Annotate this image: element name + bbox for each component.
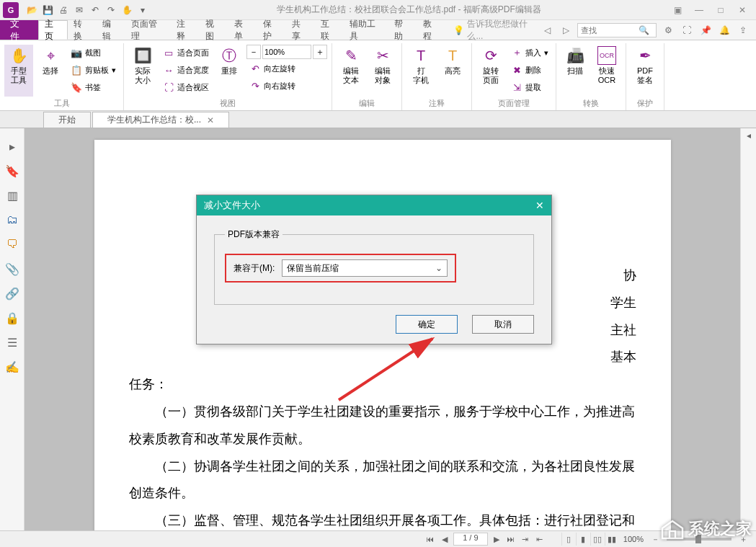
scan-button[interactable]: 📠 扫描 <box>561 45 590 97</box>
tab-share[interactable]: 共享 <box>286 20 315 40</box>
security-icon[interactable]: 🔒 <box>0 306 25 330</box>
extract-label: 提取 <box>525 82 541 93</box>
rotate-left-icon: ↶ <box>249 63 261 74</box>
page-number-input[interactable]: 1 / 9 <box>453 533 488 546</box>
tab-form[interactable]: 表单 <box>228 20 257 40</box>
tab-help[interactable]: 帮助 <box>388 20 417 40</box>
settings-icon[interactable]: ⚙ <box>661 23 675 37</box>
maximize-icon[interactable]: □ <box>711 3 730 17</box>
tab-tutorial[interactable]: 教程 <box>417 20 446 40</box>
ok-button[interactable]: 确定 <box>396 315 458 334</box>
typewriter-button[interactable]: T 打 字机 <box>406 45 435 97</box>
last-page-button[interactable]: ⏭ <box>504 533 518 546</box>
reflow-button[interactable]: Ⓣ 重排 <box>215 45 244 97</box>
zoom-value[interactable]: 100% <box>262 45 311 59</box>
snapshot-button[interactable]: 📷截图 <box>68 45 119 61</box>
undo-icon[interactable]: ↶ <box>88 3 102 17</box>
extract-page-button[interactable]: ⇲提取 <box>508 79 551 95</box>
tab-accessibility[interactable]: 辅助工具 <box>344 20 389 40</box>
tab-comment[interactable]: 注释 <box>171 20 200 40</box>
ocr-button[interactable]: OCR 快速 OCR <box>592 45 621 97</box>
right-strip-arrow-icon[interactable]: ◂ <box>741 128 756 143</box>
fit-width-button[interactable]: ↔适合宽度 <box>160 62 212 78</box>
select-button[interactable]: ⌖ 选择 <box>36 45 65 97</box>
dialog-titlebar: 减小文件大小 ✕ <box>197 195 551 215</box>
fit-page-icon: ▭ <box>163 47 174 58</box>
prev-page-button[interactable]: ◀ <box>437 533 452 546</box>
continuous-view-icon[interactable]: ▮ <box>576 533 590 546</box>
redo-icon[interactable]: ↷ <box>104 3 118 17</box>
open-icon[interactable]: 📂 <box>25 3 39 17</box>
two-page-view-icon[interactable]: ▯▯ <box>590 533 605 546</box>
insert-page-button[interactable]: ＋插入▾ <box>508 45 551 61</box>
tab-view[interactable]: 视图 <box>200 20 228 40</box>
attachments-icon[interactable]: 📎 <box>0 257 25 281</box>
bell-icon[interactable]: 🔔 <box>717 23 731 37</box>
nav-back-icon[interactable]: ◁ <box>540 23 554 37</box>
delete-page-button[interactable]: ✖删除 <box>508 62 551 78</box>
fullscreen-icon[interactable]: ⛶ <box>680 23 694 37</box>
rotate-left-button[interactable]: ↶向左旋转 <box>246 61 327 76</box>
nav-fwd-icon[interactable]: ▷ <box>559 23 573 37</box>
sign-icon[interactable]: ✍ <box>0 355 25 379</box>
bookmark-button[interactable]: 🔖书签 <box>68 79 119 95</box>
hand-icon[interactable]: ✋ <box>120 3 134 17</box>
nav-fwd-button[interactable]: ⇥ <box>518 533 533 546</box>
hand-tool-label: 手型 工具 <box>11 66 27 85</box>
edit-object-button[interactable]: ✂ 编辑 对象 <box>368 45 397 97</box>
compat-select[interactable]: 保留当前压缩 <box>282 259 448 277</box>
tab-edit[interactable]: 编辑 <box>97 20 125 40</box>
actual-size-button[interactable]: 🔲 实际 大小 <box>128 45 157 97</box>
doctab-close-icon[interactable]: ✕ <box>207 115 214 125</box>
doctab-file[interactable]: 学生机构工作总结：校... ✕ <box>92 112 229 128</box>
fit-page-button[interactable]: ▭适合页面 <box>160 45 212 61</box>
comments-icon[interactable]: 🗨 <box>0 232 25 257</box>
layers-icon[interactable]: 🗂 <box>0 208 25 232</box>
fields-icon[interactable]: ☰ <box>0 330 25 355</box>
tell-me[interactable]: 💡 告诉我您想做什么... <box>453 20 540 40</box>
rotate-page-button[interactable]: ⟳ 旋转 页面 <box>476 45 505 97</box>
share-icon[interactable]: ⇪ <box>736 23 750 37</box>
print-icon[interactable]: 🖨 <box>56 3 71 17</box>
clipboard-button[interactable]: 📋剪贴板▾ <box>68 62 119 78</box>
cancel-button[interactable]: 取消 <box>472 315 534 334</box>
first-page-button[interactable]: ⏮ <box>423 533 437 546</box>
qat-more-icon[interactable]: ▾ <box>135 3 150 17</box>
pin-icon[interactable]: 📌 <box>698 23 713 37</box>
tab-convert[interactable]: 转换 <box>68 20 97 40</box>
hand-tool-button[interactable]: ✋ 手型 工具 <box>4 45 33 97</box>
tab-page-manage[interactable]: 页面管理 <box>125 20 171 40</box>
close-icon[interactable]: ✕ <box>733 3 752 17</box>
search-icon[interactable]: 🔍 <box>639 25 649 35</box>
minimize-icon[interactable]: — <box>690 3 708 17</box>
tab-connect[interactable]: 互联 <box>315 20 344 40</box>
file-tab[interactable]: 文件 <box>0 20 38 40</box>
ribbon-collapse-icon[interactable]: ▣ <box>668 3 687 17</box>
tab-home[interactable]: 主页 <box>38 20 68 40</box>
fit-view-button[interactable]: ⛶适合视区 <box>160 79 212 95</box>
signature-button[interactable]: ✒ PDF 签名 <box>631 45 659 97</box>
tab-protect[interactable]: 保护 <box>257 20 286 40</box>
zoom-out-button[interactable]: － <box>246 45 261 59</box>
edit-text-button[interactable]: ✎ 编辑 文本 <box>337 45 365 97</box>
doctab-start[interactable]: 开始 <box>43 112 91 128</box>
single-page-view-icon[interactable]: ▯ <box>561 533 576 546</box>
nav-expand-icon[interactable]: ▸ <box>0 134 25 159</box>
signature-icon: ✒ <box>636 46 654 65</box>
pages-icon[interactable]: ▥ <box>0 183 25 208</box>
search-box[interactable]: 🔍 <box>577 23 657 37</box>
zoom-in-button[interactable]: ＋ <box>313 45 327 59</box>
next-page-button[interactable]: ▶ <box>489 533 504 546</box>
ocr-label: 快速 OCR <box>598 66 615 85</box>
dialog-close-icon[interactable]: ✕ <box>535 200 544 211</box>
nav-back-button[interactable]: ⇤ <box>533 533 547 546</box>
save-icon[interactable]: 💾 <box>40 3 55 17</box>
two-continuous-view-icon[interactable]: ▮▮ <box>605 533 619 546</box>
bookmarks-icon[interactable]: 🔖 <box>0 159 25 183</box>
rotate-right-button[interactable]: ↷向右旋转 <box>246 78 327 94</box>
snapshot-label: 截图 <box>85 48 101 58</box>
mail-icon[interactable]: ✉ <box>72 3 86 17</box>
search-input[interactable] <box>581 26 639 35</box>
links-icon[interactable]: 🔗 <box>0 281 25 306</box>
highlight-button[interactable]: T 高亮 <box>438 45 467 97</box>
